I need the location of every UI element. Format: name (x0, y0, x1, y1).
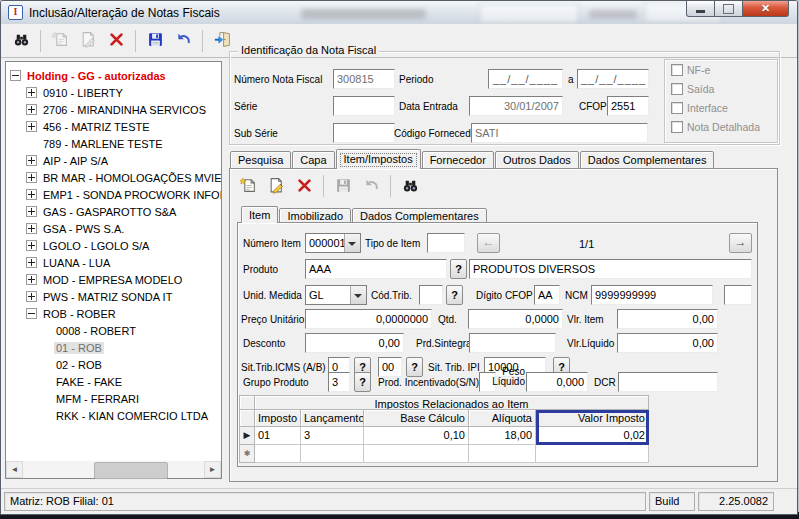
tipo-item-field[interactable] (427, 233, 465, 253)
expand-icon[interactable] (26, 223, 37, 234)
cell-valor-imposto[interactable] (536, 445, 649, 463)
unid-medida-combo[interactable]: GL (305, 285, 367, 305)
tree-item[interactable]: 456 - MATRIZ TESTE (6, 118, 221, 135)
cell-lan-amento[interactable]: 3 (301, 427, 364, 445)
ncm-extra-field[interactable] (724, 285, 752, 305)
cell-imposto[interactable]: 01 (255, 427, 301, 445)
vlr-item-field[interactable]: 0,00 (617, 309, 718, 329)
cell-imposto[interactable] (255, 445, 301, 463)
expand-icon[interactable] (26, 240, 37, 251)
expand-icon[interactable] (26, 155, 37, 166)
column-header-imposto[interactable]: Imposto (255, 410, 301, 427)
tree-item[interactable]: 0910 - LIBERTY (6, 84, 221, 101)
produto-desc-field[interactable]: PRODUTOS DIVERSOS (469, 259, 752, 279)
cod-trib-field[interactable] (419, 285, 443, 305)
expand-icon[interactable] (26, 189, 37, 200)
scroll-right-button[interactable]: ► (204, 461, 221, 478)
nf-e-checkbox[interactable] (671, 64, 683, 76)
sit-trib-icms-b-lookup-button[interactable]: ? (406, 357, 423, 377)
tree-item[interactable]: 01 - ROB (6, 339, 221, 356)
cell-base-c-lculo[interactable] (364, 445, 469, 463)
qtd-field[interactable]: 0,0000 (468, 309, 563, 329)
expand-icon[interactable] (26, 104, 37, 115)
nota-detalhada-checkbox[interactable] (671, 121, 683, 133)
tree-item[interactable]: RKK - KIAN COMERCIO LTDA (6, 407, 221, 424)
vlr-liquido-field[interactable]: 0,00 (617, 333, 718, 353)
tab-dados-complementares[interactable]: Dados Complementares (580, 151, 715, 169)
column-header-base-c-lculo[interactable]: Base Cálculo (364, 410, 469, 427)
sit-trib-icms-b-field[interactable]: 00 (378, 357, 402, 377)
numero-nota-fiscal-field[interactable]: 300815 (333, 69, 395, 89)
collapse-icon[interactable] (26, 308, 37, 319)
grupo-produto-field[interactable]: 3 (328, 372, 350, 392)
item-toolbar-edit-button[interactable] (263, 174, 289, 198)
tree-item[interactable]: MOD - EMPRESA MODELO (6, 271, 221, 288)
tree-item[interactable]: 2706 - MIRANDINHA SERVICOS (6, 101, 221, 118)
toolbar-find-button[interactable] (8, 29, 34, 53)
chevron-down-icon[interactable] (350, 286, 366, 304)
tree-item[interactable]: EMP1 - SONDA PROCWORK INFOR (6, 186, 221, 203)
grupo-produto-lookup-button[interactable]: ? (354, 372, 371, 392)
tree-item[interactable]: LUANA - LUA (6, 254, 221, 271)
cell-valor-imposto[interactable]: 0,02 (536, 427, 649, 445)
column-header-lan-amento[interactable]: Lançamento (301, 410, 364, 427)
scrollbar-thumb[interactable] (94, 462, 168, 479)
data-entrada-field[interactable]: 30/01/2007 (469, 96, 563, 116)
periodo-to-field[interactable]: __/__/____ (577, 69, 649, 89)
new-row-marker[interactable]: ✱ (239, 445, 255, 463)
item-toolbar-save-button[interactable] (330, 174, 356, 198)
next-item-button[interactable]: → (729, 233, 752, 253)
tree-item[interactable]: MFM - FERRARI (6, 390, 221, 407)
tree-item[interactable]: GAS - GASPAROTTO S&A (6, 203, 221, 220)
produto-code-field[interactable]: AAA (305, 259, 447, 279)
cell-al-quota[interactable] (469, 445, 536, 463)
tree-item[interactable]: 0008 - ROBERT (6, 322, 221, 339)
interface-checkbox[interactable] (671, 102, 683, 114)
column-header-al-quota[interactable]: Alíquota (469, 410, 536, 427)
item-toolbar-new-button[interactable] (235, 174, 261, 198)
sub-serie-field[interactable] (333, 123, 395, 143)
current-row-marker[interactable]: ▶ (239, 427, 255, 445)
sa-da-checkbox[interactable] (671, 83, 683, 95)
tab-capa[interactable]: Capa (292, 151, 334, 169)
item-toolbar-find-button[interactable] (397, 174, 423, 198)
toolbar-save-button[interactable] (142, 29, 168, 53)
tree-item[interactable]: 02 - ROB (6, 356, 221, 373)
expand-icon[interactable] (26, 172, 37, 183)
tree-item[interactable]: LGOLO - LGOLO S/A (6, 237, 221, 254)
expand-icon[interactable] (26, 257, 37, 268)
expand-icon[interactable] (26, 206, 37, 217)
toolbar-edit-button[interactable] (75, 29, 101, 53)
tree-horizontal-scrollbar[interactable]: ◄ ► (6, 461, 221, 478)
tree-item[interactable]: FAKE - FAKE (6, 373, 221, 390)
serie-field[interactable] (333, 96, 395, 116)
codigo-fornecedor-field[interactable]: SATI (471, 123, 648, 143)
cell-lan-amento[interactable] (301, 445, 364, 463)
expand-icon[interactable] (26, 274, 37, 285)
maximize-button[interactable] (715, 1, 742, 17)
expand-icon[interactable] (26, 121, 37, 132)
numero-item-combo[interactable]: 000001 (305, 233, 361, 253)
produto-lookup-button[interactable]: ? (450, 259, 467, 279)
tab-pesquisa[interactable]: Pesquisa (230, 151, 291, 169)
peso-liquido-field[interactable]: 0,000 (526, 372, 588, 392)
cod-trib-lookup-button[interactable]: ? (446, 285, 463, 305)
tree-item[interactable]: BR MAR - HOMOLOGAÇÕES MVIEIR (6, 169, 221, 186)
previous-item-button[interactable]: ← (477, 233, 500, 253)
toolbar-undo-button[interactable] (170, 29, 196, 53)
toolbar-new-button[interactable] (47, 29, 73, 53)
dcr-field[interactable] (618, 372, 718, 392)
item-toolbar-delete-button[interactable] (291, 174, 317, 198)
ncm-field[interactable]: 9999999999 (591, 285, 713, 305)
periodo-from-field[interactable]: __/__/____ (488, 69, 563, 89)
expand-icon[interactable] (26, 87, 37, 98)
toolbar-exit-button[interactable] (209, 29, 235, 53)
toolbar-delete-button[interactable] (103, 29, 129, 53)
tree-item[interactable]: ROB - ROBER (6, 305, 221, 322)
desconto-field[interactable]: 0,00 (305, 333, 404, 353)
subtab-dados-complementares[interactable]: Dados Complementares (352, 208, 487, 223)
tree-item[interactable]: AIP - AIP S/A (6, 152, 221, 169)
column-header-valor-imposto[interactable]: Valor Imposto (536, 410, 649, 427)
tree-item[interactable]: GSA - PWS S.A. (6, 220, 221, 237)
close-button[interactable]: ✕ (742, 1, 789, 17)
